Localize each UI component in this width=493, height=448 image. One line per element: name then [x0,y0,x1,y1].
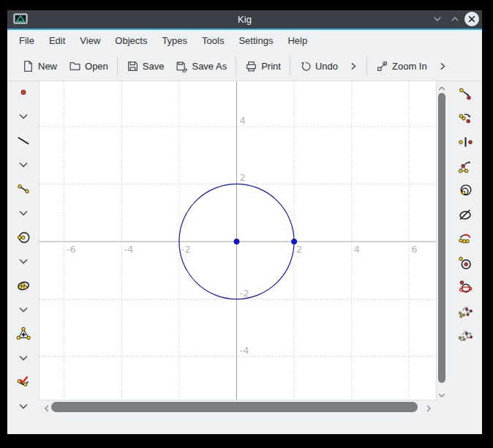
chevron-down-icon[interactable] [16,206,31,220]
toolbar-save-button[interactable]: Save [121,55,170,77]
crossed-circle-tool-icon[interactable] [458,207,473,222]
x-axis-tick-label: 6 [411,244,417,255]
translate-tool-icon[interactable] [458,86,473,101]
toolbar-separator [366,57,367,75]
similitude-tool-icon[interactable] [458,304,473,318]
undo-icon [299,60,312,72]
toolbar-zoom-in-button[interactable]: Zoom In [370,55,433,77]
line-tool-icon[interactable] [16,133,31,148]
triangle-rotate-tool-icon[interactable] [458,159,473,173]
toolbar-button-label: New [38,61,57,72]
scroll-left-icon[interactable] [42,403,51,416]
toolbar-save-as-button[interactable]: Save As [170,55,233,77]
point-tool-icon[interactable] [16,85,31,100]
projection-tool-icon[interactable] [458,280,473,294]
menu-settings[interactable]: Settings [231,30,280,51]
folder-open-icon [69,60,81,72]
affinity-tool-icon[interactable] [458,328,473,343]
circle-tool-icon[interactable] [16,230,31,244]
toolbar-button-label: Zoom In [392,61,427,72]
menu-file[interactable]: File [12,30,42,51]
menu-edit[interactable]: Edit [42,30,72,51]
chevron-right-icon [437,60,449,72]
toolbar-button-label: Save [143,61,165,72]
main-toolbar: NewOpenSaveSave AsPrintUndoZoom In [7,51,482,81]
circle-inversion-tool-icon[interactable] [458,255,473,270]
chevron-down-icon[interactable] [16,399,31,414]
test-tool-icon[interactable] [16,375,31,389]
toolbar-button-label: Undo [315,61,338,72]
printer-icon [245,60,257,72]
toolbar-undo-button[interactable]: Undo [293,55,344,77]
toolbar-overflow-button[interactable] [433,55,453,77]
geometry-canvas[interactable]: -6-4-224642-2-4 [39,81,436,400]
toolbar-print-button[interactable]: Print [239,55,287,77]
x-axis-tick-label: -2 [181,244,191,255]
chevron-right-icon [347,60,360,72]
chevron-down-icon[interactable] [16,109,31,124]
concentric-circles-tool-icon[interactable] [458,183,473,198]
arc-tool-icon[interactable] [458,231,473,246]
rotate-tool-icon[interactable] [458,111,473,125]
polygon-tool-icon[interactable] [16,326,31,341]
conic-tool-icon[interactable] [16,278,31,293]
menu-tools[interactable]: Tools [195,30,231,51]
menu-bar: FileEditViewObjectsTypesToolsSettingsHel… [7,30,482,51]
save-icon [127,60,139,72]
toolbar-new-button[interactable]: New [16,55,63,77]
point-reflection-tool-icon[interactable] [458,135,473,149]
point-object[interactable] [234,239,239,244]
close-icon[interactable] [464,11,480,27]
toolbar-separator [290,57,290,75]
x-axis-tick-label: -6 [67,244,76,255]
right-tool-panel [448,81,482,418]
menu-help[interactable]: Help [280,30,315,51]
chevron-down-icon[interactable] [16,302,31,317]
x-axis-tick-label: 2 [296,244,302,255]
minimize-icon[interactable] [432,13,443,25]
chevron-down-icon[interactable] [16,351,31,365]
titlebar[interactable]: Kig [7,10,482,29]
horizontal-scrollbar [39,400,436,414]
vertical-scrollbar-thumb[interactable] [438,93,445,383]
toolbar-button-label: Open [85,61,108,72]
y-axis-tick-label: 4 [240,115,246,126]
toolbar-separator [117,57,118,75]
toolbar-button-label: Print [261,61,281,72]
y-axis-tick-label: 2 [240,172,246,183]
save-as-icon [176,60,188,72]
left-tool-panel [7,81,39,418]
window-title: Kig [7,10,482,29]
menu-objects[interactable]: Objects [108,30,154,51]
toolbar-button-label: Save As [192,61,227,72]
document-new-icon [22,60,34,72]
x-axis-tick-label: -4 [124,244,133,255]
kig-window: Kig FileEditViewObjectsTypesToolsSetting… [7,10,482,434]
screen: Kig FileEditViewObjectsTypesToolsSetting… [0,0,493,448]
horizontal-scrollbar-thumb[interactable] [51,402,418,412]
chevron-down-icon[interactable] [16,157,31,172]
maximize-icon[interactable] [449,13,461,25]
x-axis-tick-label: 4 [354,244,360,255]
y-axis-tick-label: -2 [240,288,249,299]
toolbar-overflow-button[interactable] [344,55,364,77]
toolbar-open-button[interactable]: Open [63,55,114,77]
point-object[interactable] [292,239,297,244]
y-axis-tick-label: -4 [240,345,249,356]
segment-tool-icon[interactable] [16,182,31,196]
chevron-down-icon[interactable] [16,254,31,269]
zoom-in-icon [376,60,388,72]
menu-view[interactable]: View [72,30,108,51]
scroll-right-icon[interactable] [424,403,433,416]
menu-types[interactable]: Types [154,30,195,51]
vertical-scrollbar [436,81,448,400]
content-area: -6-4-224642-2-4 [7,81,482,435]
scroll-down-icon[interactable] [437,389,446,403]
toolbar-separator [236,57,236,75]
